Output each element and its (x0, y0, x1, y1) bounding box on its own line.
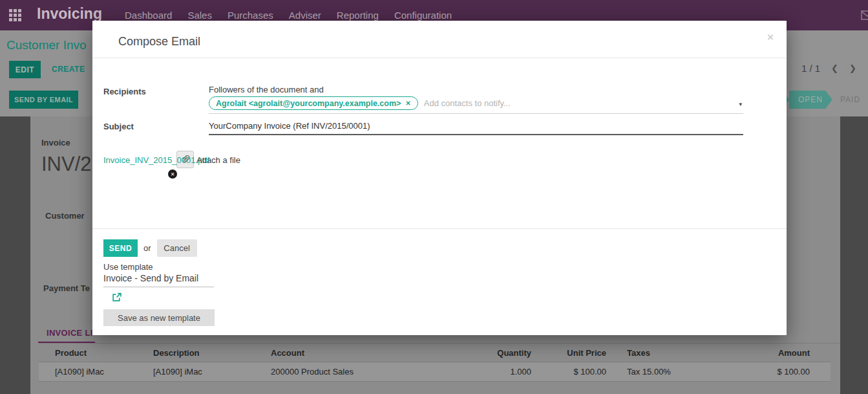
cell-amount: $ 100.00 (717, 367, 814, 377)
template-select[interactable]: Invoice - Send by Email (103, 273, 214, 287)
nav-item-adviser[interactable]: Adviser (289, 10, 321, 21)
table-row[interactable]: [A1090] iMac [A1090] iMac 200000 Product… (39, 362, 831, 382)
subject-field (209, 120, 743, 135)
or-text: or (143, 243, 151, 253)
subject-label: Subject (103, 120, 209, 135)
pager-count: 1 / 1 (801, 63, 820, 74)
attachment-link[interactable]: Invoice_INV_2015_0001.pdf (103, 155, 209, 165)
cell-product: [A1090] iMac (39, 367, 153, 377)
tab-invoice-lines[interactable]: INVOICE LI (47, 328, 93, 338)
messages-envelope-icon[interactable] (861, 10, 868, 23)
subject-input[interactable] (209, 120, 743, 135)
nav-item-purchases[interactable]: Purchases (228, 10, 273, 21)
edit-button[interactable]: EDIT (9, 61, 41, 78)
followers-text: Followers of the document and (209, 85, 743, 94)
status-badge-paid: PAID (832, 91, 868, 109)
recipients-row: Recipients Followers of the document and… (103, 85, 776, 114)
nav-item-sales[interactable]: Sales (187, 10, 212, 21)
send-row: SEND or Cancel (103, 239, 776, 257)
invoice-number: INV/2 (41, 153, 92, 176)
cell-account: 200000 Product Sales (271, 367, 413, 377)
chevron-down-icon[interactable]: ▾ (739, 101, 742, 107)
page-left-margin (0, 116, 30, 394)
invoice-lines-table: Product Description Account Quantity Uni… (39, 344, 831, 382)
cell-unit-price: $ 100.00 (531, 367, 606, 377)
nav-item-configuration[interactable]: Configuration (394, 10, 452, 21)
cell-taxes: Tax 15.00% (606, 367, 717, 377)
col-header-product: Product (39, 348, 153, 358)
app-brand[interactable]: Invoicing (37, 5, 102, 23)
invoice-label: Invoice (41, 138, 70, 148)
recipient-tag[interactable]: Agrolait <agrolait@yourcompany.example.c… (209, 96, 418, 110)
cell-description: [A1090] iMac (153, 367, 271, 377)
save-as-new-template-button[interactable]: Save as new template (103, 309, 215, 326)
send-by-email-button[interactable]: SEND BY EMAIL (9, 91, 78, 109)
cancel-button[interactable]: Cancel (157, 239, 197, 257)
pager-previous-icon[interactable]: ❮ (831, 63, 838, 73)
active-tab-underline (38, 342, 95, 343)
cell-quantity: 1.000 (413, 367, 531, 377)
external-link-icon[interactable] (112, 292, 122, 302)
page-right-margin (840, 116, 868, 394)
recipient-tag-label: Agrolait <agrolait@yourcompany.example.c… (216, 99, 401, 108)
col-header-account: Account (271, 348, 413, 358)
payment-terms-label: Payment Te (43, 283, 90, 293)
col-header-taxes: Taxes (606, 348, 717, 358)
create-button[interactable]: CREATE (52, 65, 85, 74)
modal-header: Compose Email × (92, 21, 787, 58)
modal-footer: SEND or Cancel Use template Invoice - Se… (92, 228, 787, 335)
modal-title: Compose Email (118, 35, 200, 48)
subject-row: Subject (103, 120, 776, 135)
col-header-unit-price: Unit Price (531, 348, 606, 358)
nav-item-reporting[interactable]: Reporting (337, 10, 379, 21)
add-contacts-input[interactable] (424, 98, 743, 108)
attach-file-label[interactable]: Attach a file (196, 155, 240, 165)
recipients-field: Followers of the document and Agrolait <… (209, 85, 743, 114)
breadcrumb[interactable]: Customer Invo (6, 38, 87, 52)
apps-grid-icon[interactable] (9, 9, 21, 21)
remove-tag-icon[interactable]: ✕ (405, 100, 410, 107)
col-header-quantity: Quantity (413, 348, 531, 358)
customer-label: Customer (45, 211, 85, 221)
close-icon[interactable]: × (767, 31, 774, 44)
recipients-label: Recipients (103, 85, 209, 114)
send-button[interactable]: SEND (103, 239, 138, 257)
delete-attachment-icon[interactable]: ✕ (168, 170, 177, 179)
nav-item-dashboard[interactable]: Dashboard (125, 10, 172, 21)
col-header-description: Description (153, 348, 271, 358)
table-header-row: Product Description Account Quantity Uni… (39, 344, 831, 362)
compose-email-modal: Compose Email × Recipients Followers of … (92, 21, 787, 335)
attachment-zone: Invoice_INV_2015_0001.pdf Attach a file … (103, 151, 375, 183)
recipients-input-line: Agrolait <agrolait@yourcompany.example.c… (209, 96, 743, 114)
col-header-amount: Amount (717, 348, 814, 358)
pager-next-icon[interactable]: ❯ (849, 63, 856, 73)
use-template-label: Use template (103, 262, 776, 272)
modal-body: Recipients Followers of the document and… (92, 58, 787, 228)
tabs-divider (39, 343, 840, 344)
status-badge-open: OPEN (789, 91, 832, 109)
